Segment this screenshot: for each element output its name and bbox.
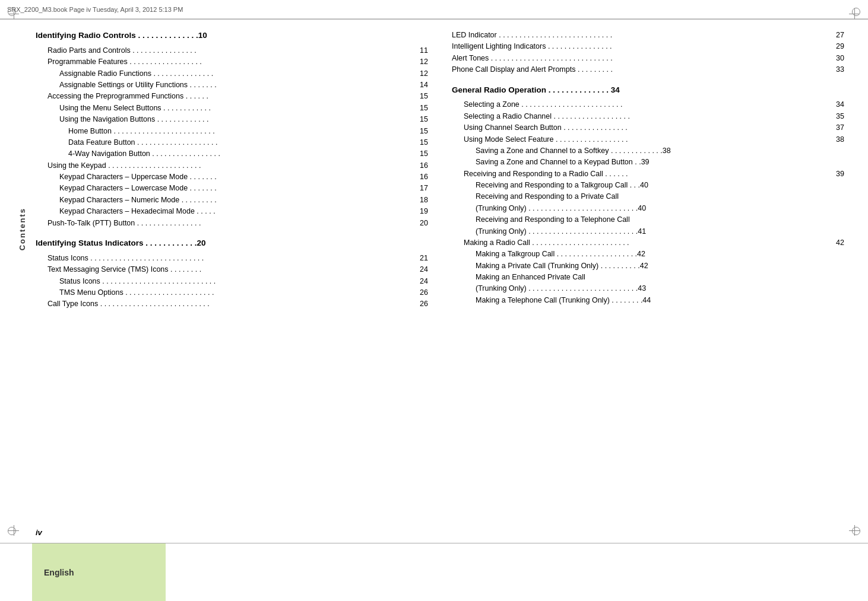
toc-making-telephone: Making a Telephone Call (Trunking Only) … — [452, 295, 844, 306]
circle-bottom-right — [852, 527, 860, 535]
toc-navigation-buttons: Using the Navigation Buttons . . . . . .… — [36, 114, 428, 125]
vertical-contents-label: Contents — [18, 208, 27, 250]
toc-4way-button: 4-Way Navigation Button . . . . . . . . … — [36, 148, 428, 160]
toc-saving-zone-keypad: Saving a Zone and Channel to a Keypad Bu… — [452, 157, 844, 168]
toc-intelligent-lighting: Intelligent Lighting Indicators . . . . … — [452, 41, 844, 52]
toc-tms-menu-options: TMS Menu Options . . . . . . . . . . . .… — [36, 287, 428, 298]
toc-saving-zone-softkey: Saving a Zone and Channel to a Softkey .… — [452, 145, 844, 157]
toc-phone-call-display: Phone Call Display and Alert Prompts . .… — [452, 64, 844, 75]
toc-programmable-features: Programmable Features . . . . . . . . . … — [36, 56, 428, 68]
toc-keypad-lowercase: Keypad Characters – Lowercase Mode . . .… — [36, 183, 428, 194]
toc-status-icons: Status Icons . . . . . . . . . . . . . .… — [36, 253, 428, 264]
toc-tms-icons: Text Messaging Service (TMS) Icons . . .… — [36, 264, 428, 275]
toc-receiving-private-call: (Trunking Only) . . . . . . . . . . . . … — [452, 203, 844, 214]
section-header-status-text: Identifying Status Indicators . . . . . … — [36, 237, 428, 250]
toc-data-feature-button: Data Feature Button . . . . . . . . . . … — [36, 137, 428, 148]
toc-making-enhanced: (Trunking Only) . . . . . . . . . . . . … — [452, 283, 844, 294]
english-tab-label: English — [44, 568, 74, 577]
toc-assignable-radio: Assignable Radio Functions . . . . . . .… — [36, 68, 428, 80]
toc-ptt-button: Push-To-Talk (PTT) Button . . . . . . . … — [36, 218, 428, 229]
toc-selecting-channel: Selecting a Radio Channel . . . . . . . … — [452, 111, 844, 122]
toc-keypad-uppercase: Keypad Characters – Uppercase Mode . . .… — [36, 171, 428, 183]
toc-receiving-radio-call: Receiving and Responding to a Radio Call… — [452, 168, 844, 180]
page-container: SRX_2200_M3.book Page iv Tuesday, April … — [0, 0, 868, 601]
circle-bottom-left — [8, 527, 16, 535]
toc-tms-status-icons: Status Icons . . . . . . . . . . . . . .… — [36, 276, 428, 287]
toc-receiving-telephone: (Trunking Only) . . . . . . . . . . . . … — [452, 226, 844, 237]
toc-keypad-hex: Keypad Characters – Hexadecimal Mode . .… — [36, 206, 428, 217]
toc-call-type-icons: Call Type Icons . . . . . . . . . . . . … — [36, 298, 428, 310]
toc-making-enhanced-label: Making an Enhanced Private Call — [452, 272, 844, 283]
toc-assignable-settings: Assignable Settings or Utility Functions… — [36, 80, 428, 91]
header-bar: SRX_2200_M3.book Page iv Tuesday, April … — [0, 0, 868, 19]
toc-using-keypad: Using the Keypad . . . . . . . . . . . .… — [36, 160, 428, 171]
top-divider — [0, 19, 868, 20]
toc-selecting-zone: Selecting a Zone . . . . . . . . . . . .… — [452, 99, 844, 110]
section-header-general-radio-text: General Radio Operation . . . . . . . . … — [452, 84, 844, 97]
section-header-radio-controls: Identifying Radio Controls . . . . . . .… — [36, 30, 428, 42]
right-column: LED Indicator . . . . . . . . . . . . . … — [452, 30, 844, 542]
toc-radio-parts: Radio Parts and Controls . . . . . . . .… — [36, 45, 428, 56]
toc-led-indicator: LED Indicator . . . . . . . . . . . . . … — [452, 30, 844, 41]
toc-making-private: Making a Private Call (Trunking Only) . … — [452, 260, 844, 272]
toc-alert-tones: Alert Tones . . . . . . . . . . . . . . … — [452, 53, 844, 64]
toc-receiving-telephone-label: Receiving and Responding to a Telephone … — [452, 214, 844, 225]
toc-menu-select: Using the Menu Select Buttons . . . . . … — [36, 103, 428, 114]
header-text: SRX_2200_M3.book Page iv Tuesday, April … — [7, 6, 183, 13]
english-tab[interactable]: English — [32, 543, 166, 601]
toc-keypad-numeric: Keypad Characters – Numeric Mode . . . .… — [36, 195, 428, 206]
toc-mode-select: Using Mode Select Feature . . . . . . . … — [452, 134, 844, 145]
toc-receiving-talkgroup: Receiving and Responding to a Talkgroup … — [452, 180, 844, 191]
page-number: iv — [36, 528, 42, 537]
toc-making-talkgroup: Making a Talkgroup Call . . . . . . . . … — [452, 249, 844, 260]
section-header-radio-controls-text: Identifying Radio Controls . . . . . . .… — [36, 30, 428, 42]
toc-channel-search: Using Channel Search Button . . . . . . … — [452, 122, 844, 133]
toc-making-radio-call: Making a Radio Call . . . . . . . . . . … — [452, 237, 844, 249]
toc-accessing-preprogrammed: Accessing the Preprogrammed Functions . … — [36, 91, 428, 102]
toc-home-button: Home Button . . . . . . . . . . . . . . … — [36, 126, 428, 137]
left-column: Identifying Radio Controls . . . . . . .… — [36, 30, 428, 542]
circle-top-right — [852, 8, 860, 16]
circle-top-left — [8, 8, 16, 16]
section-header-status: Identifying Status Indicators . . . . . … — [36, 237, 428, 250]
toc-receiving-private-call-label: Receiving and Responding to a Private Ca… — [452, 191, 844, 202]
section-header-general-radio: General Radio Operation . . . . . . . . … — [452, 84, 844, 97]
content-area: Identifying Radio Controls . . . . . . .… — [36, 30, 844, 542]
